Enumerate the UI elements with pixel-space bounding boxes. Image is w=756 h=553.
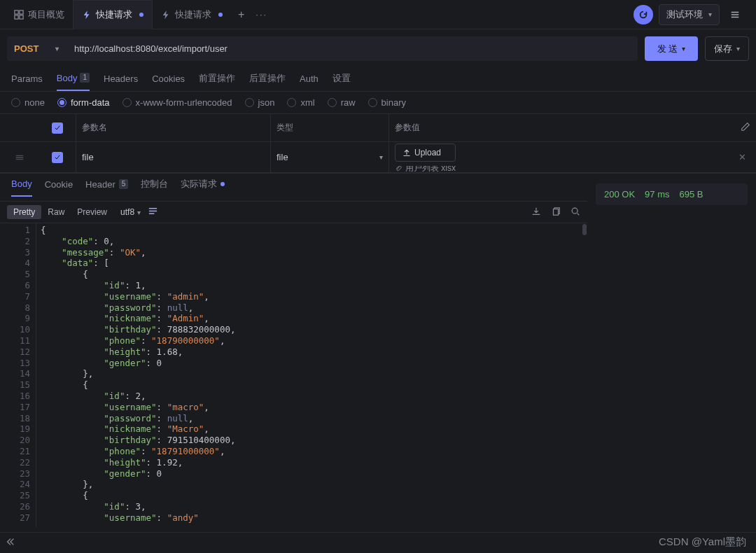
tab-quick-2[interactable]: 快捷请求 (153, 0, 231, 29)
request-row: POST ▾ 发 送 ▾ 保存 ▾ (0, 29, 756, 68)
method-select[interactable]: POST ▾ (7, 36, 66, 61)
svg-rect-4 (554, 209, 559, 215)
save-button[interactable]: 保存 ▾ (705, 36, 749, 61)
radio-none[interactable]: none (11, 97, 45, 108)
rtab-console[interactable]: 控制台 (141, 178, 168, 197)
upload-button[interactable]: Upload (395, 144, 456, 162)
radio-binary[interactable]: binary (368, 97, 406, 108)
response-tabs: Body Cookie Header5 控制台 实际请求 (0, 174, 587, 202)
rtab-header[interactable]: Header5 (85, 179, 128, 196)
tab-quick-1-label: 快捷请求 (96, 8, 132, 21)
radio-json[interactable]: json (245, 97, 275, 108)
url-input[interactable] (74, 43, 629, 54)
rtab-cookie[interactable]: Cookie (45, 179, 73, 196)
radio-urlencoded[interactable]: x-www-form-urlencoded (122, 97, 232, 108)
radio-formdata[interactable]: form-data (57, 97, 110, 108)
status-panel: 200 OK 97 ms 695 B (587, 174, 756, 527)
param-table-header: 参数名 类型 参数值 (0, 114, 756, 142)
tab-body[interactable]: Body1 (57, 73, 90, 91)
status-card: 200 OK 97 ms 695 B (596, 183, 748, 205)
chevron-down-icon: ▾ (736, 45, 740, 52)
paperclip-icon (395, 166, 402, 172)
chevron-down-icon: ▾ (55, 45, 59, 52)
tab-quick-2-label: 快捷请求 (175, 8, 211, 21)
tab-cookies[interactable]: Cookies (152, 74, 185, 90)
menu-icon (730, 10, 740, 20)
param-name[interactable]: file (82, 152, 94, 162)
svg-rect-0 (15, 10, 18, 13)
tab-pre[interactable]: 前置操作 (199, 72, 235, 91)
fmt-preview[interactable]: Preview (71, 205, 113, 219)
fmt-raw[interactable]: Raw (41, 205, 71, 219)
copy-button[interactable] (551, 206, 561, 218)
new-tab-button[interactable]: + (231, 8, 251, 21)
grid-icon (14, 10, 24, 20)
bolt-icon (82, 10, 92, 20)
line-gutter: 1 2 3 4 5 6 7 8 9 10 11 12 13 14 15 16 1… (0, 223, 36, 527)
menu-button[interactable] (725, 5, 745, 24)
format-segment: Pretty Raw Preview (7, 205, 113, 219)
param-type: file (276, 152, 288, 162)
tab-headers[interactable]: Headers (104, 74, 138, 90)
file-pill: 用户列表 xlsx (395, 166, 456, 172)
request-tabs: Params Body1 Headers Cookies 前置操作 后置操作 A… (0, 68, 756, 92)
type-select[interactable]: file ▾ (276, 152, 383, 162)
list-icon (148, 206, 158, 216)
dirty-dot-icon (139, 13, 144, 17)
fmt-pretty[interactable]: Pretty (7, 205, 41, 219)
method-label: POST (14, 43, 38, 54)
download-button[interactable] (531, 206, 541, 218)
tab-quick-1[interactable]: 快捷请求 (73, 0, 153, 29)
tab-settings[interactable]: 设置 (332, 72, 351, 91)
checkbox-all[interactable] (52, 122, 63, 134)
svg-rect-2 (15, 15, 18, 18)
svg-rect-1 (20, 10, 23, 13)
tab-params[interactable]: Params (11, 74, 43, 90)
svg-point-5 (572, 208, 578, 214)
chevron-down-icon: ▾ (682, 45, 685, 52)
radio-xml[interactable]: xml (287, 97, 314, 108)
status-code: 200 OK (604, 189, 635, 200)
svg-rect-3 (20, 15, 23, 18)
environment-label: 测试环境 (666, 8, 703, 21)
response-body-code[interactable]: 1 2 3 4 5 6 7 8 9 10 11 12 13 14 15 16 1… (0, 223, 587, 527)
dirty-dot-icon (218, 13, 223, 17)
tab-auth[interactable]: Auth (300, 74, 318, 90)
body-type-radios: none form-data x-www-form-urlencoded jso… (0, 92, 756, 114)
tab-overview[interactable]: 项目概览 (6, 0, 73, 29)
refresh-icon (638, 10, 648, 20)
rtab-body[interactable]: Body (11, 178, 32, 197)
tab-overflow-button[interactable]: ··· (251, 9, 272, 20)
search-button[interactable] (570, 206, 580, 218)
save-label: 保存 (714, 43, 732, 55)
dot-icon (220, 182, 225, 186)
status-size: 695 B (680, 189, 704, 200)
delete-row-button[interactable]: ✕ (728, 142, 756, 172)
scrollbar-thumb[interactable] (582, 224, 587, 235)
col-type: 类型 (276, 122, 293, 134)
chevron-down-icon: ▾ (137, 209, 141, 216)
wrap-button[interactable] (148, 206, 158, 218)
drag-handle[interactable] (0, 142, 39, 172)
refresh-button[interactable] (634, 5, 653, 24)
response-toolbar: Pretty Raw Preview utf8 ▾ (0, 202, 587, 223)
tabbar: 项目概览 快捷请求 快捷请求 + ··· 测试环境 ▾ (0, 0, 756, 29)
rtab-actual[interactable]: 实际请求 (181, 178, 225, 197)
status-time: 97 ms (645, 189, 669, 200)
send-label: 发 送 (657, 43, 678, 55)
chevron-double-left-icon (6, 537, 15, 547)
send-button[interactable]: 发 送 ▾ (645, 36, 698, 61)
encoding-select[interactable]: utf8 ▾ (120, 207, 141, 217)
radio-raw[interactable]: raw (328, 97, 356, 108)
collapse-panel-button[interactable] (6, 537, 15, 549)
param-table: 参数名 类型 参数值 file file ▾ Upload (0, 114, 756, 173)
search-icon (570, 206, 580, 216)
tab-post[interactable]: 后置操作 (249, 72, 286, 91)
checkbox-row[interactable] (52, 152, 63, 163)
upload-icon (402, 148, 411, 157)
table-row: file file ▾ Upload 用户列表 xlsx ✕ (0, 142, 756, 173)
environment-select[interactable]: 测试环境 ▾ (659, 4, 720, 25)
code-source: { "code": 0, "message": "OK", "data": [ … (36, 223, 587, 527)
edit-icon[interactable] (741, 122, 750, 134)
col-value: 参数值 (395, 122, 420, 134)
